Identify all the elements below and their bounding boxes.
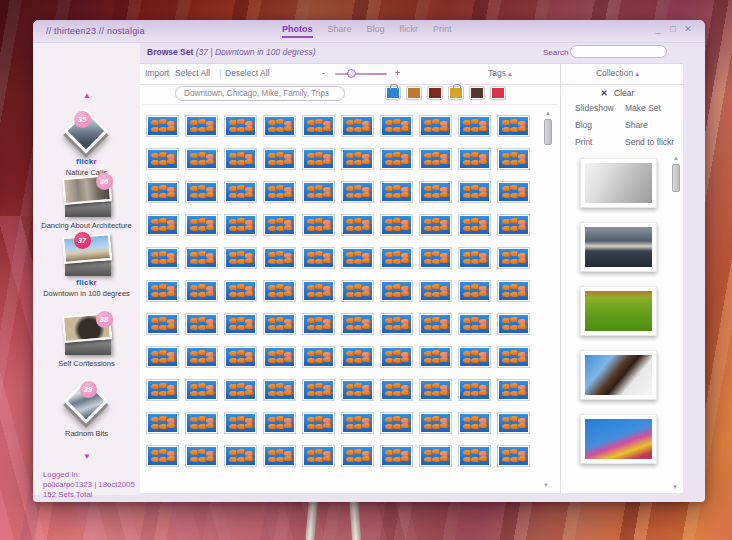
photo-thumbnail[interactable] xyxy=(380,346,413,368)
photo-thumbnail[interactable] xyxy=(380,280,413,302)
photo-thumbnail[interactable] xyxy=(341,280,374,302)
photo-thumbnail[interactable] xyxy=(341,346,374,368)
photo-thumbnail[interactable] xyxy=(185,280,218,302)
photo-thumbnail[interactable] xyxy=(263,346,296,368)
photo-thumbnail[interactable] xyxy=(419,445,452,467)
photo-thumbnail[interactable] xyxy=(263,181,296,203)
photo-thumbnail[interactable] xyxy=(497,412,530,434)
photo-thumbnail[interactable] xyxy=(302,379,335,401)
sidebar-set-37[interactable]: 37flickrDowntown in 100 degrees xyxy=(33,234,140,298)
photo-thumbnail[interactable] xyxy=(458,148,491,170)
photo-thumbnail[interactable] xyxy=(224,181,257,203)
photo-thumbnail[interactable] xyxy=(419,148,452,170)
photo-thumbnail[interactable] xyxy=(497,346,530,368)
action-make-set[interactable]: Make Set xyxy=(625,103,674,113)
photo-thumbnail[interactable] xyxy=(224,148,257,170)
clear-collection-button[interactable]: ✕ Clear xyxy=(560,88,675,98)
photo-thumbnail[interactable] xyxy=(497,115,530,137)
grid-scrollbar-thumb[interactable] xyxy=(544,119,552,145)
deselect-all-button[interactable]: Deselect All xyxy=(225,68,269,78)
photo-thumbnail[interactable] xyxy=(263,445,296,467)
photo-thumbnail[interactable] xyxy=(497,379,530,401)
photo-thumbnail[interactable] xyxy=(146,313,179,335)
photo-thumbnail[interactable] xyxy=(497,148,530,170)
action-blog[interactable]: Blog xyxy=(575,120,625,130)
photo-thumbnail[interactable] xyxy=(380,247,413,269)
photo-thumbnail[interactable] xyxy=(224,313,257,335)
photo-thumbnail[interactable] xyxy=(263,379,296,401)
photo-thumbnail[interactable] xyxy=(380,115,413,137)
photo-thumbnail[interactable] xyxy=(497,280,530,302)
tag-chip-dark-brown-icon[interactable] xyxy=(470,87,484,99)
photo-thumbnail[interactable] xyxy=(263,313,296,335)
sidebar-set-38[interactable]: 38Self Confessions xyxy=(33,313,140,368)
photo-thumbnail[interactable] xyxy=(497,445,530,467)
select-all-button[interactable]: Select All xyxy=(175,68,210,78)
photo-thumbnail[interactable] xyxy=(458,412,491,434)
photo-thumbnail[interactable] xyxy=(341,148,374,170)
photo-thumbnail[interactable] xyxy=(380,445,413,467)
photo-thumbnail[interactable] xyxy=(224,445,257,467)
collection-thumb-baby-blackwhite[interactable] xyxy=(580,158,657,208)
tags-input[interactable] xyxy=(175,86,345,101)
tab-share[interactable]: Share xyxy=(328,24,352,38)
photo-thumbnail[interactable] xyxy=(185,214,218,236)
photo-thumbnail[interactable] xyxy=(419,181,452,203)
photo-thumbnail[interactable] xyxy=(224,412,257,434)
photo-thumbnail[interactable] xyxy=(380,148,413,170)
set-thumb-38[interactable]: 38 xyxy=(58,313,116,355)
photo-thumbnail[interactable] xyxy=(146,181,179,203)
photo-thumbnail[interactable] xyxy=(146,346,179,368)
photo-thumbnail[interactable] xyxy=(419,379,452,401)
action-print[interactable]: Print xyxy=(575,137,625,147)
import-button[interactable]: Import xyxy=(145,68,169,78)
photo-thumbnail[interactable] xyxy=(458,181,491,203)
close-icon[interactable]: ✕ xyxy=(683,24,693,34)
tab-print[interactable]: Print xyxy=(433,24,452,38)
photo-thumbnail[interactable] xyxy=(185,445,218,467)
photo-thumbnail[interactable] xyxy=(224,346,257,368)
photo-thumbnail[interactable] xyxy=(185,412,218,434)
photo-thumbnail[interactable] xyxy=(263,412,296,434)
photo-thumbnail[interactable] xyxy=(263,115,296,137)
photo-thumbnail[interactable] xyxy=(419,280,452,302)
tag-chip-red-icon[interactable] xyxy=(491,87,505,99)
photo-thumbnail[interactable] xyxy=(380,214,413,236)
sidebar-scroll-down-icon[interactable]: ▼ xyxy=(83,452,91,461)
set-thumb-35[interactable]: 35 xyxy=(58,113,116,155)
photo-thumbnail[interactable] xyxy=(146,214,179,236)
zoom-in-button[interactable]: + xyxy=(395,68,400,78)
tab-blog[interactable]: Blog xyxy=(367,24,385,38)
photo-thumbnail[interactable] xyxy=(341,412,374,434)
collection-thumb-boat-sunbather[interactable] xyxy=(580,350,657,400)
photo-thumbnail[interactable] xyxy=(224,214,257,236)
scroll-down-icon[interactable]: ▼ xyxy=(543,482,549,488)
photo-thumbnail[interactable] xyxy=(497,313,530,335)
photo-thumbnail[interactable] xyxy=(224,379,257,401)
tags-dropdown[interactable]: Tags ▴ xyxy=(488,68,512,78)
photo-thumbnail[interactable] xyxy=(458,214,491,236)
photo-thumbnail[interactable] xyxy=(185,115,218,137)
tag-chip-gold-icon[interactable] xyxy=(449,87,463,99)
slider-thumb[interactable] xyxy=(347,69,356,78)
photo-thumbnail[interactable] xyxy=(302,313,335,335)
photo-thumbnail[interactable] xyxy=(146,379,179,401)
photo-thumbnail[interactable] xyxy=(302,346,335,368)
photo-thumbnail[interactable] xyxy=(341,181,374,203)
scroll-down-icon[interactable]: ▼ xyxy=(672,484,678,490)
photo-thumbnail[interactable] xyxy=(263,148,296,170)
scroll-up-icon[interactable]: ▲ xyxy=(545,110,551,116)
scroll-up-icon[interactable]: ▲ xyxy=(673,155,679,161)
photo-thumbnail[interactable] xyxy=(419,115,452,137)
photo-thumbnail[interactable] xyxy=(263,280,296,302)
photo-thumbnail[interactable] xyxy=(341,115,374,137)
photo-thumbnail[interactable] xyxy=(380,181,413,203)
photo-thumbnail[interactable] xyxy=(146,115,179,137)
photo-thumbnail[interactable] xyxy=(458,346,491,368)
photo-thumbnail[interactable] xyxy=(302,115,335,137)
photo-thumbnail[interactable] xyxy=(302,412,335,434)
photo-thumbnail[interactable] xyxy=(302,148,335,170)
set-thumb-37[interactable]: 37 xyxy=(58,234,116,276)
photo-thumbnail[interactable] xyxy=(224,247,257,269)
photo-thumbnail[interactable] xyxy=(146,445,179,467)
